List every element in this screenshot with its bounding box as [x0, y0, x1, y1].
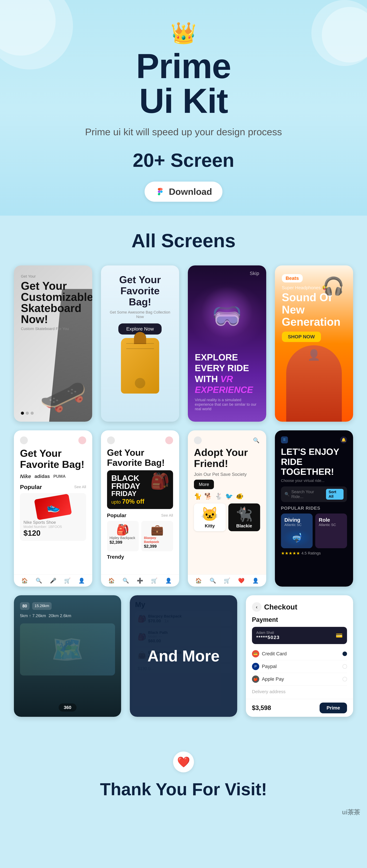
payment-paypal: Paypal	[262, 664, 340, 669]
trendy-label: Trendy	[107, 554, 173, 560]
hero-section: 👑 Prime Ui Kit Prime ui kit will speed u…	[0, 0, 367, 216]
figma-icon	[155, 186, 165, 197]
beats-badge: Beats	[282, 274, 303, 282]
checkout-title: Checkout	[264, 603, 297, 611]
bf-product1-name: Hipley Backpack	[110, 536, 136, 540]
crown-icon: 👑	[7, 21, 360, 45]
map-360-label: 360	[59, 704, 77, 712]
shop1-popular: Popular	[20, 484, 42, 490]
ride2-sub: Atlantic SC	[319, 523, 343, 527]
screen-card-vr: Skip 🥽 EXPLORE EVERY RIDEWITH VR EXPERIE…	[188, 266, 266, 422]
download-label: Download	[169, 186, 212, 197]
screens-row2: Get Your Favorite Bag! Nike adidas PUMA …	[14, 430, 353, 587]
bf-friday: FRIDAY	[111, 490, 169, 497]
screen-card-headphones: Beats Super Headphones 😜 Sound Of New Ge…	[275, 266, 353, 422]
sort-btn[interactable]: Sort All	[326, 489, 343, 500]
ride-search[interactable]: Search Your Ride...	[291, 489, 324, 499]
pet-kitty: Kitty	[197, 523, 223, 529]
watermark: ui茶茶	[342, 808, 360, 817]
adopt-more-btn[interactable]: More	[194, 479, 214, 489]
bf-shop-title: Get Your Favorite Bag!	[107, 448, 173, 467]
product-name: Nike Sports Shoe	[24, 520, 83, 525]
bf-off: upto 70% off	[111, 498, 169, 505]
screens-row3: 80 15.26km 5km ↑ 7.26km 20km 2.6km 🗺️	[14, 595, 353, 717]
ride2-name: Role	[319, 517, 343, 523]
payment-credit: Credit Card	[262, 651, 340, 656]
thank-you-title: Thank You For Visit!	[7, 779, 360, 799]
shop1-title: Get Your Favorite Bag!	[20, 448, 86, 470]
checkout-total: $3,598	[252, 704, 271, 712]
screen-card-blackfriday: Get Your Favorite Bag! BLACK FRIDAY FRID…	[101, 430, 179, 587]
download-button[interactable]: Download	[145, 182, 222, 202]
hero-subtitle: Prime ui kit will speed up your design p…	[7, 125, 360, 139]
shop-now-button[interactable]: SHOP NOW	[282, 332, 321, 342]
heart-button[interactable]: ❤️	[173, 751, 194, 772]
bf-product2-name: Blacpcy Backpack	[144, 536, 170, 544]
screen-card-shop1: Get Your Favorite Bag! Nike adidas PUMA …	[14, 430, 92, 587]
adopt-title: Adopt Your Friend!	[194, 447, 260, 469]
and-more-text: And More	[147, 647, 220, 665]
screen-card-map: 80 15.26km 5km ↑ 7.26km 20km 2.6km 🗺️	[14, 595, 121, 717]
delivery-label: Delivery address	[252, 689, 347, 694]
bag-subtitle: Get Some Awesome Bag Collection Now	[108, 310, 172, 319]
ride-rating: 4.5 Ratings	[302, 551, 321, 556]
ride1-name: Diving	[284, 517, 309, 523]
screen-count: 20+ Screen	[7, 149, 360, 171]
vr-title: EXPLORE EVERY RIDEWITH VR EXPERIENCE	[195, 352, 259, 395]
card-number: *****5023	[256, 635, 280, 640]
thank-you-section: ❤️ Thank You For Visit! ui茶茶	[0, 741, 367, 820]
ride-subtitle: Choose your virtual ride...	[281, 478, 347, 483]
bf-product2-price: $2,399	[144, 544, 170, 549]
pet-blackie: Blackie	[231, 523, 257, 529]
screen-card-adopt: 🔍 Adopt Your Friend! Join Our Pet Save S…	[188, 430, 266, 587]
adopt-subtitle: Join Our Pet Save Society	[194, 472, 260, 477]
payment-apple: Apple Pay	[262, 676, 340, 682]
section-title: All Screens	[14, 229, 353, 252]
sk-small-label: Get Your	[21, 274, 85, 279]
checkout-back-btn[interactable]: ‹	[252, 602, 261, 612]
popular-rides-label: POPULAR RIDES	[281, 505, 347, 511]
and-more-card: My 🎒 Blacpcy Backpack $70.00 1x 🎒 Black …	[130, 595, 237, 717]
product-price: $120	[24, 529, 83, 537]
payment-title: Payment	[252, 616, 347, 623]
bag-title: Get Your Favorite Bag!	[108, 274, 172, 307]
ride-title: LET'S ENJOY RIDE TOGETHER!	[281, 447, 347, 477]
screen-card-ride: ⠿ 🔔 LET'S ENJOY RIDE TOGETHER! Choose yo…	[275, 430, 353, 587]
all-screens-section: All Screens 🛹 Get Your Get Your Customiz…	[0, 216, 367, 741]
screen-card-checkout: ‹ Checkout Payment Adam Shali *****5023 …	[246, 595, 353, 717]
ride1-sub: Atlantic SC	[284, 523, 309, 527]
sk-title: Get Your Customizable Skateboard Now!	[21, 280, 85, 325]
card-name: Adam Shali	[256, 631, 280, 635]
screen-card-skateboard: 🛹 Get Your Get Your Customizable Skatebo…	[14, 266, 92, 422]
checkout-prime-btn[interactable]: Prime	[319, 703, 347, 713]
sk-subtitle: Custom Skateboard For You	[21, 327, 85, 331]
hp-title: Sound Of New Generation	[282, 291, 346, 328]
screen-card-bag: Get Your Favorite Bag! Get Some Awesome …	[101, 266, 179, 422]
bf-popular: Popular	[107, 513, 126, 518]
product-model: Model Number: 1BFOO5	[24, 525, 83, 529]
bf-product1-price: $2,399	[110, 540, 136, 545]
vr-desc: Virtual reality is a simulated experienc…	[195, 398, 259, 411]
screens-row1: 🛹 Get Your Get Your Customizable Skatebo…	[14, 266, 353, 422]
vr-skip[interactable]: Skip	[250, 271, 259, 276]
hero-title: Prime Ui Kit	[7, 49, 360, 118]
